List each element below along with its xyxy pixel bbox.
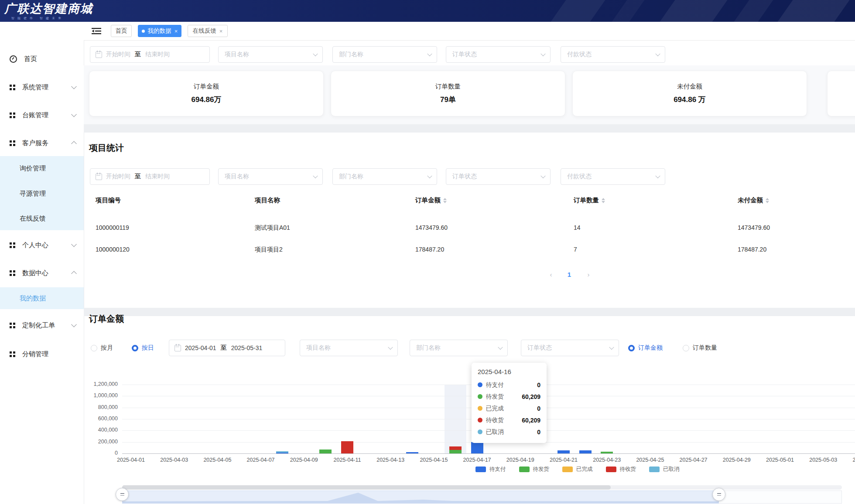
col-header-unpaid-amount[interactable]: 未付金额 [738, 196, 769, 204]
sidebar-item-online-feedback[interactable]: 在线反馈 [0, 208, 84, 229]
app-header: 广联达智建商城 智能硬件 智建未来 [0, 0, 855, 22]
tab-label: 在线反馈 [193, 27, 216, 35]
chart-bar-segment[interactable] [557, 450, 570, 453]
radio-label: 按月 [101, 344, 113, 352]
calendar-icon [96, 51, 102, 58]
select-placeholder: 订单状态 [527, 344, 552, 352]
chart-bar-segment[interactable] [276, 453, 288, 453]
tab-my-data[interactable]: 我的数据 × [138, 25, 181, 37]
sidebar-item-system-mgmt[interactable]: 系统管理 [0, 76, 84, 98]
chevron-down-icon [427, 174, 432, 178]
horizontal-scrollbar-thumb[interactable] [122, 485, 611, 490]
chart-bar-segment[interactable] [601, 452, 613, 453]
close-icon[interactable]: × [174, 28, 178, 34]
chevron-down-icon [71, 242, 77, 247]
legend-item[interactable]: 已完成 [562, 466, 593, 473]
pagination-prev-button[interactable]: ‹ [545, 268, 557, 280]
sidebar-item-inquiry-mgmt[interactable]: 询价管理 [0, 157, 84, 179]
payment-status-select[interactable]: 付款状态 [561, 168, 665, 185]
department-name-select[interactable]: 部门名称 [332, 168, 437, 185]
radio-metric-order-count[interactable]: 订单数量 [683, 340, 717, 356]
project-name-select[interactable]: 项目名称 [300, 340, 398, 356]
chart-bar-segment[interactable] [449, 450, 462, 453]
chevron-down-icon [71, 84, 77, 89]
stat-label: 订单金额 [194, 82, 219, 91]
chevron-down-icon [427, 51, 432, 56]
legend-label: 待支付 [489, 466, 506, 473]
order-status-select[interactable]: 订单状态 [446, 168, 551, 185]
pagination-page-1[interactable]: 1 [564, 268, 575, 280]
date-end-placeholder: 结束时间 [145, 51, 170, 58]
date-range-input[interactable]: 开始时间 至 结束时间 [90, 168, 210, 185]
tab-label: 首页 [116, 27, 127, 35]
sidebar-item-distribution-mgmt[interactable]: 分销管理 [0, 343, 84, 365]
legend-item[interactable]: 待收货 [606, 466, 636, 473]
sort-icon[interactable] [443, 198, 447, 203]
close-icon[interactable]: × [219, 28, 223, 34]
datazoom-left-handle[interactable] [116, 488, 129, 501]
radio-circle-icon [132, 345, 138, 351]
sidebar-item-data-center[interactable]: 数据中心 [0, 262, 84, 284]
order-status-select[interactable]: 订单状态 [446, 46, 551, 63]
radio-by-month[interactable]: 按月 [91, 340, 113, 356]
department-name-select[interactable]: 部门名称 [410, 340, 508, 356]
tooltip-row: 已完成 0 [478, 402, 540, 414]
chevron-up-icon [71, 141, 77, 146]
sidebar-item-label: 台账管理 [22, 111, 48, 119]
col-header-label: 订单数量 [574, 196, 599, 204]
department-name-select[interactable]: 部门名称 [332, 46, 437, 63]
datazoom-right-handle[interactable] [712, 488, 725, 501]
legend-item[interactable]: 已取消 [649, 466, 680, 473]
col-header-order-count[interactable]: 订单数量 [574, 196, 605, 204]
chart-bar-segment[interactable] [341, 441, 353, 453]
y-axis-tick-label: 1,000,000 [89, 392, 118, 398]
sidebar-item-personal-center[interactable]: 个人中心 [0, 234, 84, 256]
radio-metric-order-amount[interactable]: 订单金额 [628, 340, 663, 356]
tab-online-feedback[interactable]: 在线反馈 × [188, 25, 228, 37]
chart-bar-segment[interactable] [449, 446, 462, 450]
datazoom-window[interactable] [122, 490, 719, 504]
radio-label: 订单金额 [638, 344, 663, 352]
sidebar-item-sourcing-mgmt[interactable]: 寻源管理 [0, 183, 84, 204]
tab-home[interactable]: 首页 [111, 25, 132, 37]
date-range-input[interactable]: 开始时间 至 结束时间 [90, 46, 210, 63]
project-name-select[interactable]: 项目名称 [218, 168, 323, 185]
payment-status-select[interactable]: 付款状态 [561, 46, 665, 63]
cell-project-id: 1000000119 [96, 224, 129, 231]
legend-label: 待发货 [533, 466, 550, 473]
collapse-sidebar-icon[interactable] [92, 27, 101, 34]
pagination-next-button[interactable]: › [583, 268, 594, 280]
select-placeholder: 项目名称 [225, 173, 249, 180]
sidebar-item-my-data[interactable]: 我的数据 [0, 287, 84, 309]
project-stats-title: 项目统计 [89, 142, 124, 154]
stat-label: 订单数量 [435, 82, 461, 91]
cell-project-name: 测试项目A01 [255, 224, 290, 232]
sidebar-item-home[interactable]: 首页 [0, 48, 84, 70]
col-header-order-amount[interactable]: 订单金额 [415, 196, 447, 204]
app-root: 广联达智建商城 智能硬件 智建未来 首页 系统管理 台账管理 客户服务 询价管理 [0, 0, 855, 504]
legend-item[interactable]: 待支付 [475, 466, 506, 473]
chart-bar-segment[interactable] [579, 450, 592, 453]
legend-item[interactable]: 待发货 [519, 466, 550, 473]
select-placeholder: 项目名称 [225, 51, 249, 58]
chart-date-range-input[interactable]: 2025-04-01 至 2025-05-31 [169, 340, 285, 356]
sidebar-item-customer-service[interactable]: 客户服务 [0, 132, 84, 154]
sidebar-item-label: 在线反馈 [20, 215, 46, 223]
tooltip-series-value: 60,209 [522, 417, 540, 424]
project-name-select[interactable]: 项目名称 [218, 46, 323, 63]
sidebar-item-ledger-mgmt[interactable]: 台账管理 [0, 104, 84, 126]
tooltip-series-value: 0 [537, 381, 540, 388]
chart-bar-segment[interactable] [276, 451, 288, 453]
y-axis-tick-label: 400,000 [89, 427, 118, 433]
sort-icon[interactable] [602, 198, 605, 203]
order-status-select[interactable]: 订单状态 [521, 340, 619, 356]
chart-bar-segment[interactable] [406, 452, 418, 453]
sort-icon[interactable] [766, 198, 769, 203]
chart-bar-segment[interactable] [319, 450, 332, 453]
sidebar-item-custom-work-order[interactable]: 定制化工单 [0, 314, 84, 336]
legend-swatch [475, 467, 486, 472]
chevron-down-icon [655, 51, 660, 56]
chart-bar-segment[interactable] [471, 442, 483, 453]
tab-label: 我的数据 [148, 27, 171, 35]
radio-by-day[interactable]: 按日 [132, 340, 154, 356]
